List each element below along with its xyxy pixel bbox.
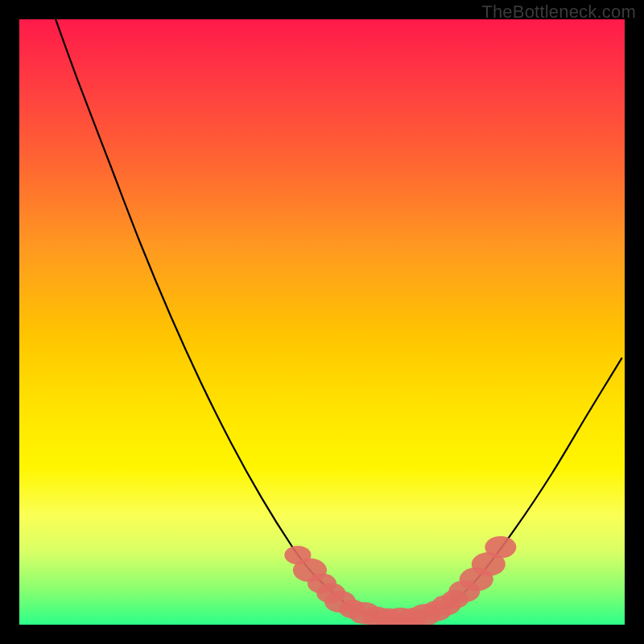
watermark-label: TheBottleneck.com xyxy=(481,2,636,23)
chart-svg xyxy=(19,19,625,625)
highlight-markers xyxy=(284,536,516,625)
marker-dot xyxy=(485,536,516,558)
curve-line xyxy=(56,19,621,618)
